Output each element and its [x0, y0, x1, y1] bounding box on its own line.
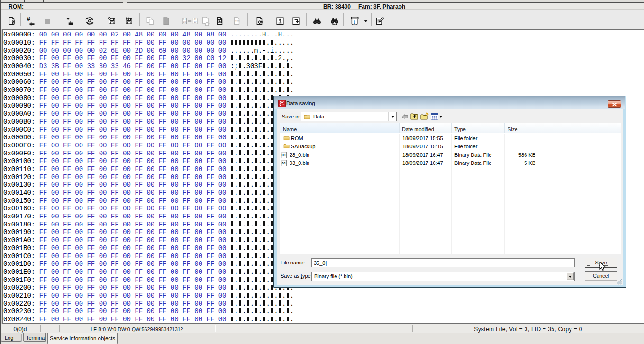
svg-text:10: 10 [194, 21, 197, 23]
svg-text:123: 123 [235, 19, 240, 23]
svg-text:i: i [354, 19, 355, 25]
svg-text:01: 01 [183, 18, 186, 21]
svg-text:01: 01 [194, 18, 197, 21]
svg-text:10: 10 [183, 21, 186, 23]
svg-text:#: # [27, 16, 30, 23]
